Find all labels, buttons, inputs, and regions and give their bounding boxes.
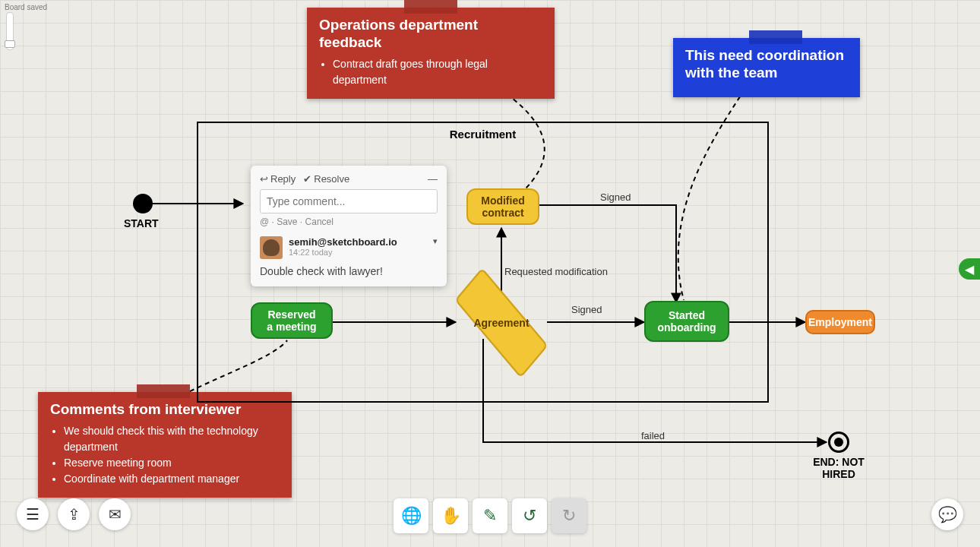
zoom-slider[interactable]	[6, 12, 14, 50]
node-employment[interactable]: Employment	[805, 310, 875, 334]
globe-tool[interactable]: 🌐	[394, 498, 428, 533]
end-node[interactable]	[828, 432, 849, 453]
comment-user: semih@sketchboard.io	[289, 236, 397, 248]
node-reserved-meeting[interactable]: Reserved a meeting	[251, 302, 333, 339]
end-label: END: NOT HIRED	[796, 456, 881, 480]
share-icon: ⇪	[68, 505, 81, 523]
comment-bubble-icon: 💬	[938, 505, 957, 523]
pencil-icon: ✎	[483, 506, 497, 526]
chat-button[interactable]: ✉	[99, 498, 131, 530]
node-agreement[interactable]: Agreement	[456, 304, 547, 342]
status-text: Board saved	[5, 3, 47, 11]
start-label: START	[124, 217, 159, 229]
edge-label-signed-top: Signed	[600, 191, 631, 203]
note-item: Reserve meeting room	[64, 455, 280, 471]
frame-title: Recruitment	[450, 128, 517, 141]
globe-icon: 🌐	[401, 506, 422, 526]
node-modified-contract[interactable]: Modified contract	[466, 188, 539, 225]
comment-time: 14:22 today	[289, 248, 397, 257]
node-started-onboarding[interactable]: Started onboarding	[644, 301, 729, 342]
minimize-button[interactable]: —	[428, 173, 438, 185]
redo-icon: ↻	[562, 506, 576, 526]
note-coordination[interactable]: This need coordination with the team	[673, 38, 860, 97]
comment-input[interactable]	[260, 189, 438, 213]
redo-button[interactable]: ↻	[552, 498, 586, 533]
pencil-tool[interactable]: ✎	[473, 498, 507, 533]
comments-panel-button[interactable]: 💬	[931, 498, 963, 530]
comment-hints: @ · Save · Cancel	[260, 217, 438, 227]
note-operations-feedback[interactable]: Operations department feedback Contract …	[307, 8, 555, 99]
comment-menu-caret[interactable]: ▾	[433, 236, 438, 259]
note-title: This need coordination with the team	[685, 47, 848, 82]
edge-label-signed-mid: Signed	[571, 304, 602, 315]
list-icon: ☰	[26, 505, 40, 523]
resolve-button[interactable]: ✔ Resolve	[303, 173, 349, 185]
avatar	[260, 236, 283, 259]
list-button[interactable]: ☰	[17, 498, 49, 530]
edge-label-requested: Requested modification	[504, 266, 608, 277]
chat-icon: ✉	[109, 505, 122, 523]
undo-button[interactable]: ↺	[512, 498, 547, 533]
start-node[interactable]	[133, 194, 153, 213]
share-button[interactable]: ⇪	[58, 498, 90, 530]
note-title: Operations department feedback	[319, 17, 542, 52]
note-item: Contract draft goes through legal depart…	[333, 56, 542, 88]
undo-icon: ↺	[523, 506, 536, 526]
hand-icon: ✋	[441, 506, 461, 526]
reply-button[interactable]: ↩ Reply	[260, 173, 296, 185]
note-interviewer-comments[interactable]: Comments from interviewer We should chec…	[38, 392, 292, 498]
note-item: We should check this with the technology…	[64, 423, 280, 455]
note-item: Coordinate with department manager	[64, 471, 280, 487]
collapse-arrow-icon: ◀	[965, 262, 974, 277]
side-collapse-tab[interactable]: ◀	[959, 258, 980, 280]
comment-body: Double check with lawyer!	[260, 265, 438, 277]
note-title: Comments from interviewer	[50, 401, 280, 419]
hand-tool[interactable]: ✋	[433, 498, 468, 533]
edge-label-failed: failed	[641, 430, 665, 441]
comment-popup[interactable]: ↩ Reply ✔ Resolve — @ · Save · Cancel se…	[251, 166, 447, 286]
